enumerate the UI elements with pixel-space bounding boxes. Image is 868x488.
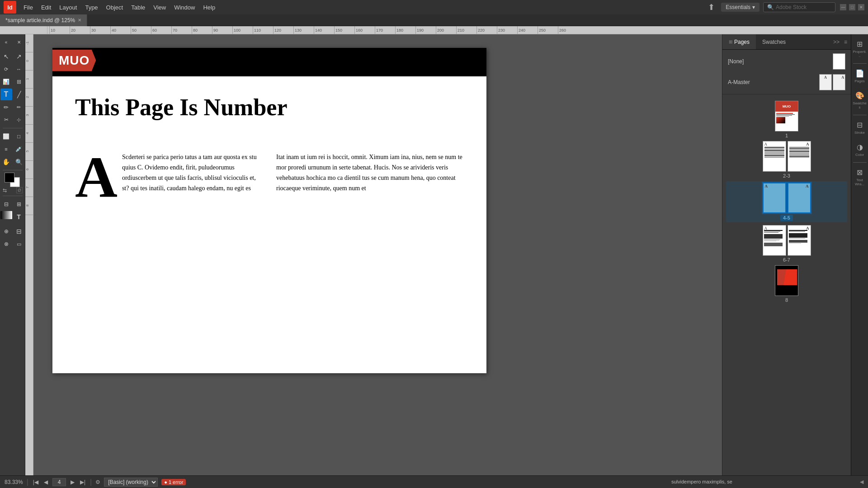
chart-tool[interactable]: 📊 — [0, 76, 12, 88]
scale-tool[interactable]: ↔ — [13, 63, 25, 75]
frame-view-btn[interactable]: ⊞ — [13, 198, 25, 210]
icon-separator — [853, 63, 867, 64]
selection-tool[interactable]: ↖ — [0, 51, 12, 62]
more-tool[interactable]: ⊟ — [13, 225, 25, 237]
page-thumb-8[interactable] — [775, 265, 798, 296]
swap-colors-btn[interactable]: ⇆ — [3, 188, 7, 193]
tab-pages[interactable]: ⊞ Pages — [722, 34, 756, 49]
error-badge[interactable]: ● 1 error — [161, 479, 186, 485]
status-scroll-left[interactable]: ◀ — [860, 479, 863, 485]
document-tab[interactable]: *sample article.indd @ 125% ✕ — [0, 14, 87, 26]
rect-frame-alt[interactable]: ▭ — [13, 238, 25, 250]
rectangle-tool[interactable]: □ — [13, 131, 25, 142]
page-number-input[interactable]: 4 — [52, 478, 66, 486]
last-page-btn[interactable]: ▶| — [79, 478, 86, 486]
adobe-stock-search[interactable]: 🔍 Adobe Stock — [763, 2, 835, 12]
close-button[interactable]: ✕ — [858, 4, 864, 10]
panel-menu-btn[interactable]: ≡ — [842, 37, 849, 47]
menu-file[interactable]: File — [20, 2, 37, 13]
tab-swatches[interactable]: Swatches — [756, 34, 792, 49]
page-thumb-6[interactable]: A — [763, 225, 786, 256]
move-tool[interactable]: ⊹ — [13, 114, 25, 126]
tab-close-button[interactable]: ✕ — [78, 18, 81, 23]
foreground-color[interactable] — [5, 173, 14, 183]
menu-table[interactable]: Table — [127, 2, 149, 13]
none-thumb[interactable] — [833, 53, 845, 70]
direct-selection-tool[interactable]: ↗ — [13, 51, 25, 62]
rectangle-frame-tool[interactable]: ⬜ — [0, 131, 12, 142]
ruler-mark: 70 — [171, 26, 192, 34]
ruler-mark: 30 — [90, 26, 110, 34]
essentials-label: Essentials — [726, 4, 750, 10]
page-thumb-5[interactable]: A — [788, 183, 811, 213]
status-sep-1: | — [27, 478, 28, 486]
type-tool[interactable]: T — [0, 89, 12, 100]
zoom-tool[interactable]: 🔍 — [13, 156, 25, 168]
swatches-panel-icon[interactable]: 🎨 Swatches — [852, 88, 868, 113]
stock-placeholder: Adobe Stock — [776, 4, 807, 10]
search-icon: 🔍 — [767, 4, 774, 10]
layers-icon[interactable]: ⊕ — [0, 225, 12, 237]
page-thumb-1[interactable]: MUO — [775, 101, 798, 131]
close-toolbar-btn[interactable]: ✕ — [13, 36, 25, 48]
maximize-button[interactable]: □ — [849, 4, 855, 10]
scissors-tool[interactable]: ✂ — [0, 114, 12, 126]
spread-2-3-thumbs: A A — [763, 141, 811, 172]
hand-tool[interactable]: ✋ — [0, 156, 12, 168]
menu-object[interactable]: Object — [103, 2, 127, 13]
none-label: [None] — [728, 58, 744, 65]
essentials-dropdown[interactable]: Essentials ▾ — [721, 3, 760, 12]
upload-icon[interactable]: ⬆ — [705, 1, 717, 14]
style-selector[interactable]: [Basic] (working) — [104, 478, 158, 487]
none-color-btn[interactable]: ∅ — [16, 187, 23, 193]
stroke-panel-icon[interactable]: ⊟ Stroke — [852, 117, 868, 138]
transform-tool[interactable]: ⟳ — [0, 63, 12, 75]
page-thumb-7[interactable]: A — [788, 225, 811, 256]
gradient-swatch[interactable] — [0, 211, 12, 219]
pages-panel-icon[interactable]: 📄 Pages — [852, 66, 868, 87]
ruler-mark: 90 — [212, 26, 232, 34]
minimize-button[interactable]: — — [840, 4, 846, 10]
ruler-mark: 250 — [538, 26, 558, 34]
normal-view-btn[interactable]: ⊟ — [0, 198, 12, 210]
master-thumb-pair[interactable]: A A — [819, 74, 845, 90]
page-thumb-3[interactable]: A — [788, 141, 811, 172]
essentials-chevron: ▾ — [752, 4, 755, 10]
ruler-mark: 120 — [273, 26, 293, 34]
panel-expand-btn[interactable]: >> — [831, 37, 841, 47]
text-align-tool[interactable]: ≡ — [0, 143, 12, 155]
left-toolbar: « ✕ ↖ ↗ ⟳ ↔ 📊 ⊞ T ╱ — [0, 34, 25, 488]
text-tool-alt[interactable]: T — [13, 211, 25, 223]
color-panel-icon[interactable]: ◑ Color — [852, 139, 868, 160]
menu-layout[interactable]: Layout — [56, 2, 80, 13]
menu-help[interactable]: Help — [199, 2, 219, 13]
eyedropper-tool[interactable]: 💉 — [13, 143, 25, 155]
symbol-tool[interactable]: ⊗ — [0, 238, 12, 250]
pencil-tool[interactable]: ✏ — [0, 101, 12, 113]
spread-4-5-thumbs: A A — [763, 183, 811, 213]
page-thumb-4[interactable]: A — [763, 183, 786, 213]
right-property-icons: ⊞ Properti... 📄 Pages 🎨 Swatches ⊟ — [851, 34, 868, 488]
menu-view[interactable]: View — [150, 2, 170, 13]
stroke-icon-label: Stroke — [854, 131, 865, 135]
collapse-left-btn[interactable]: « — [0, 36, 12, 48]
menu-window[interactable]: Window — [170, 2, 198, 13]
table-tool[interactable]: ⊞ — [13, 76, 25, 88]
master-label: A-Master — [728, 79, 750, 85]
stroke-icon: ⊟ — [857, 121, 863, 129]
text-wrap-panel-icon[interactable]: ⊠ Text Wra... — [852, 164, 868, 190]
menu-type[interactable]: Type — [81, 2, 101, 13]
text-wrap-icon-label: Text Wra... — [853, 178, 867, 186]
page-thumb-2[interactable]: A — [763, 141, 786, 172]
error-text: 1 error — [169, 479, 183, 485]
menu-edit[interactable]: Edit — [38, 2, 55, 13]
first-page-btn[interactable]: |◀ — [32, 478, 39, 486]
ruler-mark: 20 — [70, 26, 90, 34]
line-tool[interactable]: ╱ — [13, 89, 25, 100]
next-page-btn[interactable]: ▶ — [70, 478, 75, 486]
eraser-tool[interactable]: ✏ — [13, 101, 25, 113]
properties-panel-icon[interactable]: ⊞ Properti... — [852, 36, 868, 61]
thumb-4-letter: A — [765, 184, 768, 188]
prev-page-btn[interactable]: ◀ — [43, 478, 49, 486]
page-canvas: MUO This Page Is Number A Scderteri se p… — [52, 48, 486, 373]
